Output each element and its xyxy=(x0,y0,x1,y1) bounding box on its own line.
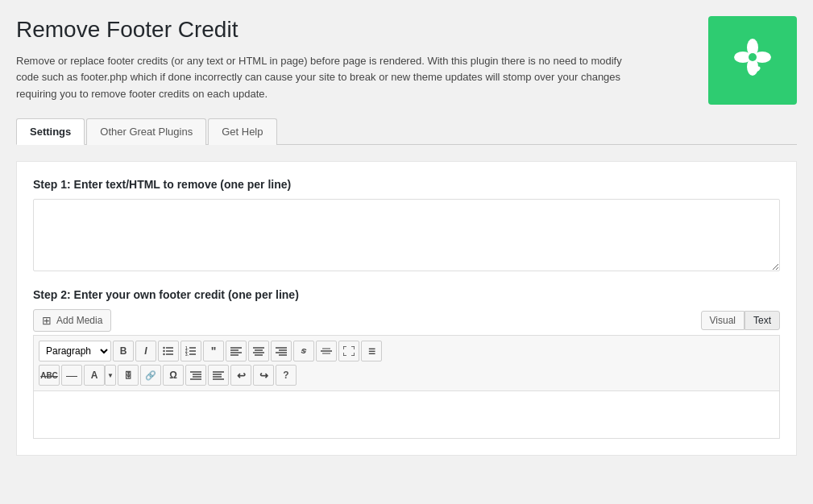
tab-other-plugins[interactable]: Other Great Plugins xyxy=(86,118,206,145)
bold-button[interactable]: B xyxy=(113,341,134,361)
ordered-list-button[interactable]: 1.2.3. xyxy=(180,341,201,361)
toolbar-row1: Paragraph B I 1.2.3. " xyxy=(39,339,774,363)
editor-toggle-row: ⊞ Add Media Visual Text xyxy=(33,309,780,332)
add-media-label: Add Media xyxy=(56,315,102,326)
paste-from-word-button[interactable]: 🗄 xyxy=(118,365,139,386)
horizontal-rule-button[interactable]: — xyxy=(61,365,82,386)
align-center-button[interactable] xyxy=(248,341,269,361)
editor-toolbar: Paragraph B I 1.2.3. " xyxy=(33,335,780,390)
header-section: Remove Footer Credit Remove or replace f… xyxy=(16,16,797,105)
font-color-dropdown[interactable]: ▼ xyxy=(105,365,116,386)
tab-settings[interactable]: Settings xyxy=(16,118,85,145)
help-button[interactable]: ? xyxy=(276,365,297,386)
text-button[interactable]: Text xyxy=(745,311,780,330)
special-chars-button[interactable]: Ω xyxy=(163,365,184,386)
plugin-icon-symbol xyxy=(728,33,777,88)
view-toggle: Visual Text xyxy=(701,311,780,330)
paragraph-select[interactable]: Paragraph xyxy=(39,341,111,361)
plugin-icon xyxy=(708,16,797,105)
header-text: Remove Footer Credit Remove or replace f… xyxy=(16,16,708,103)
editor-body[interactable] xyxy=(33,390,780,439)
link-button[interactable] xyxy=(293,341,314,361)
align-left-button[interactable] xyxy=(226,341,247,361)
svg-point-12 xyxy=(163,353,164,355)
page-title: Remove Footer Credit xyxy=(16,16,692,43)
svg-point-11 xyxy=(163,350,164,352)
clear-formatting-button[interactable]: 🔗 xyxy=(140,365,161,386)
align-right-button[interactable] xyxy=(271,341,292,361)
svg-text:3.: 3. xyxy=(185,353,189,356)
content-area: Step 1: Enter text/HTML to remove (one p… xyxy=(16,161,797,456)
redo-button[interactable]: ↪ xyxy=(253,365,274,386)
page-wrapper: Remove Footer Credit Remove or replace f… xyxy=(16,16,797,456)
outdent-button[interactable] xyxy=(208,365,229,386)
strikethrough-button[interactable]: ABC xyxy=(39,365,60,386)
indent-button[interactable] xyxy=(185,365,206,386)
tabs-container: Settings Other Great Plugins Get Help xyxy=(16,118,797,145)
step1-textarea[interactable] xyxy=(33,199,780,271)
font-color-group: A ▼ xyxy=(84,365,116,386)
fullscreen-button[interactable] xyxy=(338,341,359,361)
blockquote-button[interactable]: " xyxy=(203,341,224,361)
visual-button[interactable]: Visual xyxy=(701,311,745,330)
svg-point-10 xyxy=(163,347,164,349)
step1-label: Step 1: Enter text/HTML to remove (one p… xyxy=(33,178,780,191)
font-color-button[interactable]: A xyxy=(84,365,105,386)
kitchen-sink-button[interactable]: ☰ xyxy=(361,341,382,361)
step2-label: Step 2: Enter your own footer credit (on… xyxy=(33,288,780,301)
tab-get-help[interactable]: Get Help xyxy=(208,118,276,145)
horizontal-line-button[interactable] xyxy=(316,341,337,361)
add-media-icon: ⊞ xyxy=(42,314,52,327)
toolbar-row2: ABC — A ▼ 🗄 🔗 Ω ↩ ↪ ? xyxy=(39,363,774,387)
undo-button[interactable]: ↩ xyxy=(230,365,251,386)
add-media-button[interactable]: ⊞ Add Media xyxy=(33,309,111,332)
unordered-list-button[interactable] xyxy=(158,341,179,361)
svg-point-4 xyxy=(749,53,757,61)
italic-button[interactable]: I xyxy=(135,341,156,361)
page-description: Remove or replace footer credits (or any… xyxy=(16,53,645,103)
